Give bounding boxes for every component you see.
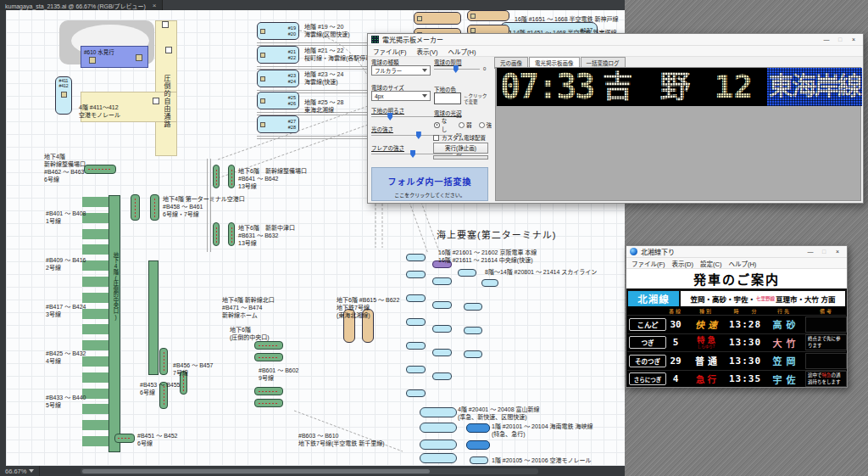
platform-cyan xyxy=(406,318,426,326)
led-maker-app-icon xyxy=(371,36,379,43)
radio-gloss-strong[interactable]: 強 xyxy=(479,120,492,129)
diagram-label: 地階 #21 〜 22 桜町線・海雲線(各駅停車) xyxy=(304,47,374,62)
remark: 終点まで先に参ります xyxy=(805,334,847,350)
himi-building-label: #610 水見行 xyxy=(84,48,114,56)
platform-cyan xyxy=(420,440,457,450)
platform-pill: #25 #26 xyxy=(257,92,299,109)
type-rapid: 快速 xyxy=(692,320,721,330)
platform-cyan xyxy=(458,269,476,277)
radio-gloss-none[interactable]: なし xyxy=(434,116,452,133)
order-label: さらにつぎ xyxy=(629,372,666,385)
slider-thumb[interactable] xyxy=(410,150,415,158)
horizontal-scrollbar[interactable] xyxy=(81,468,538,474)
platform-numbers: #19 #20 xyxy=(288,25,296,36)
platform-marker xyxy=(260,29,265,34)
himi-building: #610 水見行 xyxy=(81,46,148,68)
radio-label: なし xyxy=(442,116,452,133)
bulb-size-value: 4px xyxy=(375,93,422,99)
departure-title: 北湘線下り xyxy=(641,247,675,256)
base-color-swatch[interactable] xyxy=(434,92,461,104)
platform-cyan xyxy=(464,303,482,311)
platform-marker xyxy=(417,16,422,21)
scrollbar-thumb[interactable] xyxy=(82,469,430,473)
maximize-icon[interactable]: □ xyxy=(834,35,846,44)
track-line xyxy=(257,90,370,91)
diagram-label: 16階 #1651 〜 1668 半空電鉄 新神戸線 xyxy=(515,15,619,23)
menu-file[interactable]: ファイル(F) xyxy=(373,47,407,56)
close-icon[interactable]: × xyxy=(832,247,843,256)
menu-view[interactable]: 表示(D) xyxy=(672,259,693,268)
platform-green xyxy=(114,434,135,443)
track-number: 30 xyxy=(666,319,685,330)
close-icon[interactable]: × xyxy=(848,35,860,44)
destination: 高砂 xyxy=(763,317,805,331)
diagram-label: #B601 〜 B602 9号線 xyxy=(259,367,298,382)
menu-settings[interactable]: 設定(C) xyxy=(700,259,721,268)
platform-marker xyxy=(470,14,476,19)
batch-convert-panel[interactable]: フォルダ内一括変換 ここをクリックしてください。 xyxy=(371,167,488,201)
run-still-button[interactable]: 実行(静止画) xyxy=(433,143,488,154)
zoom-level-dropdown[interactable]: 66.67% xyxy=(0,466,40,476)
slider-thumb[interactable] xyxy=(387,113,392,120)
led-time: 07:33 xyxy=(500,68,593,106)
chevron-down-icon xyxy=(29,469,34,473)
led-maker-window: 電光掲示板メーカー — □ × ファイル(F) 表示(V) ヘルプ(H) 電球の… xyxy=(367,33,864,204)
diagram-label: 1階 #20105 〜 20106 空港モノレール xyxy=(492,456,592,464)
order-label: こんど xyxy=(629,318,666,331)
tools-panel-strip xyxy=(0,10,6,466)
train-type: 普通 xyxy=(685,353,727,368)
platform-cyan xyxy=(432,372,452,380)
bulb-gap-slider[interactable] xyxy=(434,65,480,73)
radio-gloss-weak[interactable]: 弱 xyxy=(459,120,472,129)
zoom-level-value: 66.67% xyxy=(5,468,26,475)
document-tab-title: kumagaya_sta_2135.ai @ 66.67% (RGB/プレビュー… xyxy=(5,2,146,10)
base-color-hint: ←クリック で変更 xyxy=(464,93,487,104)
menu-view[interactable]: 表示(V) xyxy=(417,47,438,56)
menu-help[interactable]: ヘルプ(H) xyxy=(728,259,756,268)
type-express-box: 急行 xyxy=(685,375,727,384)
slider-thumb[interactable] xyxy=(416,132,421,139)
checkbox-label: カスタム電球配置 xyxy=(442,133,486,142)
maximize-icon[interactable]: □ xyxy=(818,247,830,256)
tab-close-icon[interactable]: × xyxy=(153,2,157,9)
diagram-label: 地下6階 新幹線整備場口 #B641 〜 B642 13号線 xyxy=(238,167,307,190)
platform-cyan xyxy=(420,453,457,463)
document-tab[interactable]: kumagaya_sta_2135.ai @ 66.67% (RGB/プレビュー… xyxy=(0,0,163,10)
type-train-name: しらゆり7 xyxy=(685,345,727,350)
diagram-label: 地下6階 #B615 〜 B622 地下鉄7号線 (東海北湘線) xyxy=(337,296,399,319)
remark-highlight: 特急 xyxy=(822,372,832,378)
departure-menubar: ファイル(F) 表示(D) 設定(C) ヘルプ(H) xyxy=(626,258,847,269)
led-maker-controls: 電球の種類 フルカラー 電球のサイズ 4px 下地の明るさ 30 光の強さ 50… xyxy=(368,57,492,203)
diagram-label: 地階 #23 〜 24 海雲線(快速) xyxy=(304,70,343,86)
platform-cyan xyxy=(481,279,498,287)
bulb-type-value: フルカラー xyxy=(375,66,422,75)
bulb-type-select[interactable]: フルカラー xyxy=(371,65,431,76)
led-maker-menubar: ファイル(F) 表示(V) ヘルプ(H) xyxy=(368,46,863,57)
departure-app-icon xyxy=(630,248,637,255)
radio-label: 弱 xyxy=(466,120,472,129)
custom-bulb-checkbox[interactable]: カスタム電球配置 xyxy=(433,133,486,142)
led-destination-char: 吉 xyxy=(602,68,632,106)
diagram-label: #B409 〜 B416 2号線 xyxy=(46,256,86,272)
platform-green xyxy=(131,194,140,221)
slider-thumb[interactable] xyxy=(453,65,459,73)
train-type: 急行 xyxy=(685,375,727,384)
departure-titlebar[interactable]: 北湘線下り — □ × xyxy=(626,246,847,258)
gloss-radio-group: なし 弱 強 xyxy=(434,116,492,133)
departure-row: つぎ 5 特急 しらゆり7 13:30 大竹 終点まで先に参ります xyxy=(627,333,846,352)
header-time: 時 分 xyxy=(727,307,763,315)
minimize-icon[interactable]: — xyxy=(821,35,832,44)
underground-platform-band xyxy=(148,260,159,375)
platform-marker xyxy=(136,54,142,61)
platform-marker xyxy=(260,76,265,81)
diagram-label: 地下4階 新幹線北口 #B471 〜 B474 新幹線ホーム xyxy=(222,296,275,319)
led-maker-titlebar[interactable]: 電光掲示板メーカー — □ × xyxy=(368,34,863,46)
menu-help[interactable]: ヘルプ(H) xyxy=(448,47,476,56)
menu-file[interactable]: ファイル(F) xyxy=(632,259,665,268)
minimize-icon[interactable]: — xyxy=(804,247,816,256)
departure-row: そのつぎ 29 普通 13:30 笠岡 xyxy=(627,351,846,370)
platform-blue xyxy=(466,440,490,450)
bulb-size-select[interactable]: 4px xyxy=(371,91,431,101)
diagram-label: #B433 〜 B440 5号線 xyxy=(46,394,86,409)
diagram-label: #B425 〜 B432 4号線 xyxy=(46,350,86,365)
